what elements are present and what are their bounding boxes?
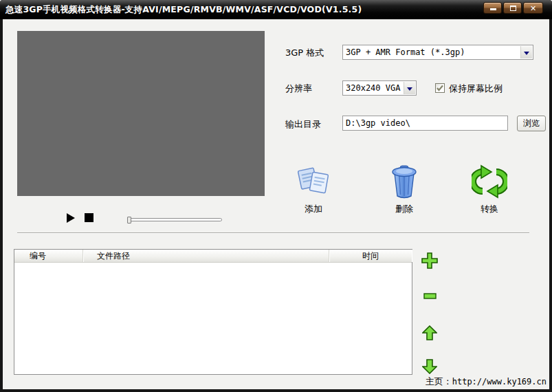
seek-slider[interactable] <box>127 215 222 224</box>
format-select[interactable]: 3GP + AMR Format (*.3gp) <box>342 45 533 60</box>
resolution-label: 分辨率 <box>285 83 312 95</box>
convert-arrows-icon <box>472 162 507 201</box>
file-list-body[interactable] <box>14 263 412 374</box>
delete-files-label: 删除 <box>379 203 430 215</box>
maximize-icon <box>510 6 516 11</box>
move-down-button[interactable] <box>422 359 437 374</box>
chevron-down-icon <box>524 52 529 55</box>
play-icon <box>67 213 75 223</box>
minimize-icon <box>490 8 496 10</box>
keep-aspect-checkbox[interactable] <box>435 83 445 93</box>
resolution-dropdown-button[interactable] <box>404 82 415 94</box>
homepage-url: http://www.ky169.cn <box>452 377 547 386</box>
list-add-button[interactable] <box>421 252 438 269</box>
arrow-down-icon <box>422 359 437 374</box>
move-up-button[interactable] <box>422 325 437 340</box>
chevron-down-icon <box>407 87 412 91</box>
section-divider <box>17 232 529 234</box>
titlebar: 急速3GP手机视频格式转换器-支持AVI/MEPG/RMVB/WMV/ASF/V… <box>0 0 552 19</box>
output-dir-input[interactable] <box>342 116 508 131</box>
play-button[interactable] <box>65 213 76 224</box>
list-remove-button[interactable] <box>423 291 437 297</box>
convert-button[interactable]: 转换 <box>464 162 515 217</box>
client-area: 3GP 格式 3GP + AMR Format (*.3gp) 分辨率 320x… <box>3 19 549 389</box>
minus-icon <box>423 293 437 299</box>
add-documents-icon <box>296 162 331 201</box>
keep-aspect-label: 保持屏幕比例 <box>449 83 503 95</box>
window-title: 急速3GP手机视频格式转换器-支持AVI/MEPG/RMVB/WMV/ASF/V… <box>5 4 362 16</box>
add-files-button[interactable]: 添加 <box>288 162 339 217</box>
homepage-link[interactable]: 主页：http://www.ky169.cn <box>374 375 547 386</box>
checkmark-icon <box>436 84 444 92</box>
format-label: 3GP 格式 <box>285 47 324 59</box>
column-header-filepath[interactable]: 文件路径 <box>83 250 329 262</box>
resolution-select[interactable]: 320x240 VGA <box>342 80 417 96</box>
convert-label: 转换 <box>464 203 515 215</box>
output-dir-label: 输出目录 <box>285 118 321 131</box>
video-preview <box>17 31 265 196</box>
arrow-up-icon <box>422 325 437 340</box>
trash-icon <box>386 162 422 201</box>
resolution-selected-value: 320x240 VGA <box>346 83 402 93</box>
close-icon: ✕ <box>524 3 542 14</box>
close-button[interactable]: ✕ <box>523 2 543 14</box>
plus-icon <box>421 252 438 269</box>
seek-slider-track <box>127 218 222 221</box>
browse-button[interactable]: 浏览 <box>517 116 546 131</box>
file-list-header: 编号 文件路径 时间 <box>14 250 412 263</box>
stop-button[interactable] <box>85 213 93 222</box>
column-header-time[interactable]: 时间 <box>329 250 412 262</box>
seek-slider-handle[interactable] <box>127 217 131 224</box>
homepage-label: 主页： <box>426 376 452 386</box>
format-selected-value: 3GP + AMR Format (*.3gp) <box>346 47 519 57</box>
app-window: 急速3GP手机视频格式转换器-支持AVI/MEPG/RMVB/WMV/ASF/V… <box>0 0 552 392</box>
minimize-button[interactable] <box>483 2 502 14</box>
file-list[interactable]: 编号 文件路径 时间 <box>14 249 412 375</box>
delete-files-button[interactable]: 删除 <box>379 162 430 217</box>
column-header-number[interactable]: 编号 <box>14 250 83 262</box>
add-files-label: 添加 <box>288 203 339 215</box>
format-dropdown-button[interactable] <box>520 46 532 58</box>
maximize-button[interactable] <box>503 2 522 14</box>
